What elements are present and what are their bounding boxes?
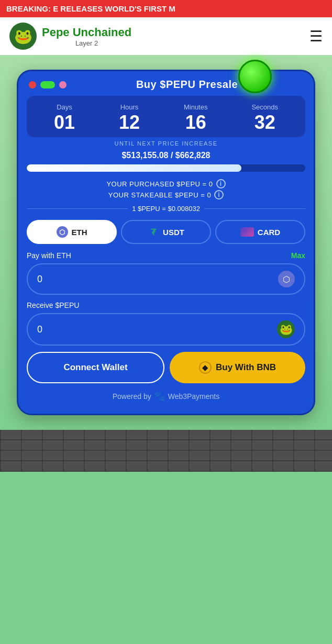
- eth-coin-icon: ⬡: [278, 271, 295, 287]
- action-buttons: Connect Wallet ◆ Buy With BNB: [27, 352, 305, 383]
- brand-sub: Layer 2: [42, 39, 131, 47]
- pay-input-field: ⬡: [27, 263, 305, 295]
- max-button[interactable]: Max: [291, 251, 305, 260]
- green-bubble-decoration: [238, 60, 272, 93]
- seconds-label: Seconds: [251, 103, 278, 111]
- pay-label: Pay with ETH: [27, 251, 71, 260]
- price-row: 1 $PEPU = $0.008032: [27, 205, 305, 213]
- progress-bar: [27, 164, 305, 172]
- eth-button[interactable]: ⬡ ETH: [27, 220, 117, 244]
- powered-label: Powered by: [113, 392, 151, 401]
- menu-button[interactable]: ☰: [309, 28, 323, 45]
- countdown-seconds: Seconds 32: [251, 103, 278, 132]
- breaking-news-text: BREAKING: E RELEASES WORLD'S FIRST M: [6, 4, 175, 13]
- brand-name: Pepe Unchained: [42, 26, 131, 39]
- pay-input[interactable]: [37, 274, 244, 285]
- receive-input[interactable]: [37, 324, 244, 335]
- stakeable-text: YOUR STAKEABLE $PEPU = 0: [108, 191, 211, 199]
- dot-green: [40, 81, 55, 88]
- header: 🐸 Pepe Unchained Layer 2 ☰: [0, 17, 332, 55]
- countdown-hours: Hours 12: [119, 103, 140, 132]
- card-icon: [240, 227, 254, 237]
- usdt-button[interactable]: ₮ USDT: [121, 220, 211, 244]
- dot-pink: [59, 81, 67, 88]
- web3payments-logo-icon: 🐾: [154, 391, 165, 402]
- purchased-row: YOUR PURCHASED $PEPU = 0 i: [18, 179, 314, 188]
- main-area: Buy $PEPU Presale Days 01 Hours 12 Minut…: [0, 55, 332, 430]
- stakeable-info-icon[interactable]: i: [214, 190, 224, 199]
- minutes-label: Minutes: [184, 103, 208, 111]
- countdown-days: Days 01: [54, 103, 75, 132]
- until-text: UNTIL NEXT PRICE INCREASE: [18, 140, 314, 147]
- receive-input-field: 🐸: [27, 313, 305, 346]
- seconds-value: 32: [254, 113, 275, 132]
- breaking-news-bar: BREAKING: E RELEASES WORLD'S FIRST M: [0, 0, 332, 17]
- floor-tiles: [0, 430, 332, 472]
- days-value: 01: [54, 113, 75, 132]
- receive-label-row: Receive $PEPU: [27, 301, 305, 309]
- card-button[interactable]: CARD: [215, 220, 305, 244]
- eth-icon: ⬡: [57, 226, 68, 238]
- hours-value: 12: [119, 113, 140, 132]
- dot-red: [29, 81, 36, 88]
- countdown-timer: Days 01 Hours 12 Minutes 16 Seconds 32: [27, 96, 305, 137]
- price-line-right: [204, 208, 305, 209]
- receive-label: Receive $PEPU: [27, 301, 79, 309]
- days-label: Days: [57, 103, 72, 111]
- powered-by-row: Powered by 🐾 Web3Payments: [18, 391, 314, 402]
- usdt-icon: ₮: [148, 226, 159, 238]
- buy-bnb-button[interactable]: ◆ Buy With BNB: [170, 352, 305, 383]
- pay-label-row: Pay with ETH Max: [27, 251, 305, 260]
- card-label: CARD: [258, 228, 280, 237]
- bnb-icon: ◆: [199, 361, 212, 374]
- progress-bar-fill: [27, 164, 241, 172]
- brand-logo: 🐸 Pepe Unchained Layer 2: [9, 23, 131, 50]
- logo-text-group: Pepe Unchained Layer 2: [42, 26, 131, 47]
- progress-amount: $513,155.08 / $662,828: [18, 151, 314, 160]
- connect-wallet-button[interactable]: Connect Wallet: [27, 352, 164, 383]
- price-line-left: [27, 208, 128, 209]
- logo-icon: 🐸: [9, 23, 37, 50]
- purchased-info-icon[interactable]: i: [216, 179, 226, 188]
- minutes-value: 16: [185, 113, 206, 132]
- usdt-label: USDT: [163, 228, 184, 237]
- price-text: 1 $PEPU = $0.008032: [132, 205, 200, 213]
- eth-label: ETH: [72, 228, 87, 237]
- receive-input-group: Receive $PEPU 🐸: [27, 301, 305, 346]
- presale-widget: Buy $PEPU Presale Days 01 Hours 12 Minut…: [17, 70, 315, 415]
- countdown-minutes: Minutes 16: [184, 103, 208, 132]
- pepe-coin-icon: 🐸: [277, 320, 295, 338]
- stakeable-row: YOUR STAKEABLE $PEPU = 0 i: [18, 190, 314, 199]
- hours-label: Hours: [120, 103, 139, 111]
- buy-bnb-label: Buy With BNB: [216, 362, 276, 373]
- powered-brand: Web3Payments: [168, 392, 220, 401]
- currency-toggle: ⬡ ETH ₮ USDT CARD: [27, 220, 305, 244]
- purchased-text: YOUR PURCHASED $PEPU = 0: [106, 180, 213, 188]
- pay-input-group: Pay with ETH Max ⬡: [27, 251, 305, 295]
